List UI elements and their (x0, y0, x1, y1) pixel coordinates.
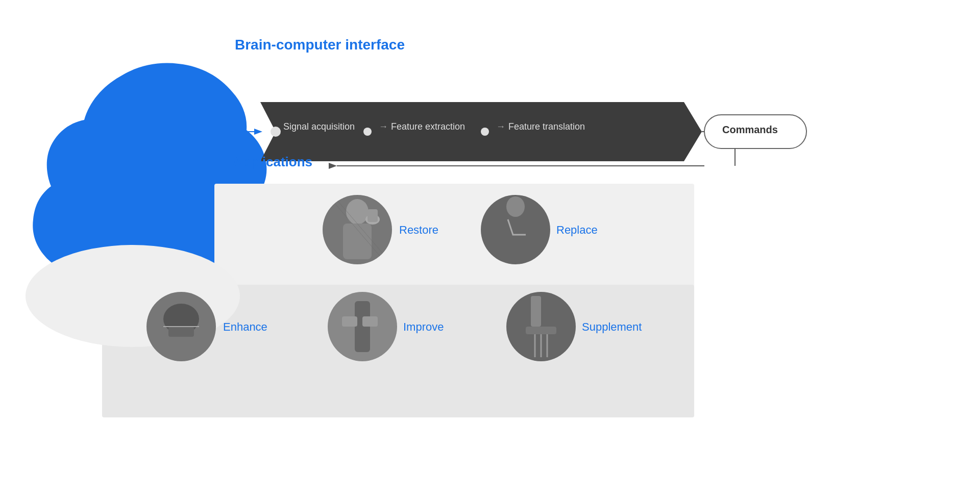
brain-head-icon (33, 63, 266, 286)
svg-point-32 (328, 292, 397, 361)
app-label-restore: Restore (399, 224, 438, 237)
svg-rect-36 (362, 316, 378, 327)
app-label-replace: Replace (556, 224, 598, 237)
svg-line-19 (332, 194, 393, 265)
svg-point-2 (271, 127, 281, 137)
svg-rect-40 (526, 327, 556, 334)
svg-point-20 (481, 195, 550, 264)
pipeline-step-3: Feature translation (508, 121, 585, 132)
svg-point-33 (328, 292, 397, 361)
svg-rect-15 (343, 224, 372, 259)
applications-label: Applications (233, 154, 312, 170)
pipeline-arrow-2: → (496, 121, 505, 132)
pipeline-step-2: Feature extraction (391, 121, 465, 132)
svg-rect-39 (531, 296, 541, 327)
svg-point-3 (363, 128, 372, 136)
commands-label: Commands (722, 124, 778, 136)
svg-point-21 (481, 195, 550, 264)
svg-rect-17 (368, 209, 378, 222)
svg-point-4 (481, 128, 489, 136)
app-label-improve: Improve (403, 320, 444, 334)
svg-point-13 (323, 195, 392, 264)
svg-rect-28 (168, 327, 194, 337)
svg-point-12 (323, 195, 392, 264)
svg-point-14 (346, 199, 369, 225)
svg-rect-10 (102, 285, 694, 417)
svg-marker-1 (260, 102, 702, 161)
svg-point-26 (146, 292, 216, 361)
svg-point-11 (26, 245, 240, 347)
svg-line-18 (327, 194, 388, 265)
pipeline-step-1: Signal acquisition (283, 121, 355, 132)
pipeline-arrow-1: → (379, 121, 388, 132)
svg-point-38 (506, 292, 576, 361)
diagram-svg (0, 0, 980, 496)
svg-point-27 (163, 304, 199, 334)
svg-rect-9 (214, 184, 694, 306)
svg-point-25 (146, 292, 216, 361)
svg-point-16 (365, 214, 380, 225)
app-label-supplement: Supplement (582, 320, 642, 334)
svg-rect-35 (342, 316, 357, 327)
svg-point-22 (506, 196, 525, 217)
page: Brain-computer interface Signal acquisit… (0, 0, 980, 496)
page-title: Brain-computer interface (235, 37, 405, 53)
svg-rect-34 (355, 301, 370, 352)
app-label-enhance: Enhance (223, 320, 267, 334)
svg-point-37 (506, 292, 576, 361)
